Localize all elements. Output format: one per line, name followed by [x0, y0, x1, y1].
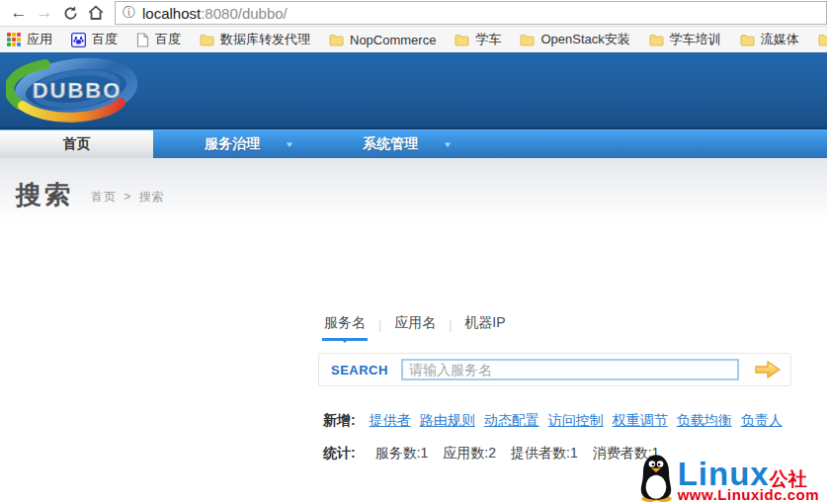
url-text: localhost:8080/dubbo/: [142, 5, 288, 22]
bookmarks-bar: 应用 百度 百度 数据库转发代理 NopCommerce 学车 OpenStac…: [0, 26, 827, 52]
chevron-down-icon: ▼: [285, 140, 294, 149]
bookmark-folder[interactable]: 流媒体: [740, 31, 799, 48]
breadcrumb-home[interactable]: 首页: [91, 190, 117, 204]
nav-tab-home[interactable]: 首页: [0, 130, 153, 158]
page-title: 搜索: [16, 182, 73, 208]
breadcrumb: 首页 > 搜索: [91, 189, 168, 208]
folder-icon: [740, 34, 755, 46]
folder-icon: [649, 34, 664, 46]
bookmark-folder[interactable]: NopCommerce: [329, 33, 436, 47]
folder-icon: [200, 34, 214, 46]
bookmark-baidu-favicon[interactable]: 百度: [71, 31, 118, 48]
bookmark-label: NopCommerce: [350, 33, 436, 47]
nav-menu-service-governance[interactable]: 服务治理 ▼: [153, 130, 311, 158]
link-add-access-control[interactable]: 访问控制: [548, 412, 604, 430]
dubbo-logo-text: DUBBO: [33, 78, 123, 103]
stats-row-label: 统计:: [323, 445, 356, 462]
search-panel: 服务名 | 应用名 | 机器IP SEARCH: [318, 314, 792, 462]
watermark-url[interactable]: www.Linuxidc.com: [678, 487, 819, 502]
page-title-band: 搜索 首页 > 搜索: [0, 158, 827, 221]
browser-window: ← → ⓘ localhost:8080/dubbo/ 应用 百度: [0, 0, 827, 504]
tux-penguin-icon: [636, 453, 676, 502]
arrow-right-icon: [753, 359, 783, 380]
back-icon[interactable]: ←: [6, 2, 32, 24]
browser-toolbar: ← → ⓘ localhost:8080/dubbo/: [0, 0, 827, 26]
nav-menu-label: 系统管理: [363, 135, 418, 153]
bookmark-label: 应用: [27, 31, 52, 48]
address-bar[interactable]: ⓘ localhost:8080/dubbo/: [115, 1, 827, 25]
page-icon: [136, 33, 149, 47]
nav-menu-label: 服务治理: [205, 135, 260, 153]
tab-label: 机器IP: [464, 314, 505, 330]
stat-provider-count: 提供者数:1: [511, 445, 578, 462]
bookmark-apps[interactable]: 应用: [7, 31, 52, 48]
nav-menu-system-management[interactable]: 系统管理 ▼: [311, 130, 469, 158]
bookmark-baidu-page[interactable]: 百度: [136, 31, 181, 48]
add-actions-row: 新增: 提供者 路由规则 动态配置 访问控制 权重调节 负载均衡 负责人: [318, 412, 792, 430]
bookmark-label: OpenStack安装: [540, 31, 629, 48]
home-icon[interactable]: [83, 2, 109, 24]
folder-icon: [329, 34, 344, 46]
search-box: SEARCH: [318, 353, 791, 386]
bookmark-label: 学车: [475, 31, 501, 48]
link-add-load-balance[interactable]: 负载均衡: [677, 412, 732, 430]
apps-grid-icon: [7, 33, 21, 46]
bookmark-folder[interactable]: 红包: [818, 31, 827, 48]
bookmark-folder[interactable]: 学车培训: [649, 31, 721, 48]
tab-label: 应用名: [394, 314, 436, 330]
link-add-dynamic-config[interactable]: 动态配置: [484, 412, 539, 430]
search-input[interactable]: [401, 359, 739, 380]
bookmark-folder[interactable]: 数据库转发代理: [200, 31, 310, 48]
folder-icon: [520, 34, 535, 46]
bookmark-folder[interactable]: OpenStack安装: [520, 31, 629, 48]
active-tab-marker-icon: [341, 339, 349, 347]
link-add-owner[interactable]: 负责人: [741, 412, 783, 430]
linuxidc-watermark: Linux 公社 www.Linuxidc.com: [636, 453, 819, 502]
bookmark-folder[interactable]: 学车: [455, 31, 501, 48]
baidu-paw-icon: [71, 33, 86, 47]
bookmark-label: 学车培训: [670, 31, 721, 48]
page-info-icon[interactable]: ⓘ: [123, 4, 135, 22]
stat-service-count: 服务数:1: [375, 445, 429, 462]
chevron-down-icon: ▼: [443, 140, 453, 149]
reload-icon[interactable]: [57, 2, 83, 24]
link-add-route-rule[interactable]: 路由规则: [420, 412, 475, 430]
stat-application-count: 应用数:2: [443, 445, 496, 462]
dubbo-logo[interactable]: DUBBO: [6, 55, 146, 126]
search-submit-button[interactable]: [753, 359, 783, 380]
link-add-weight-adjust[interactable]: 权重调节: [613, 412, 668, 430]
search-type-tabs: 服务名 | 应用名 | 机器IP: [318, 314, 792, 336]
folder-icon: [455, 34, 469, 46]
url-host: localhost: [142, 5, 201, 22]
tab-machine-ip[interactable]: 机器IP: [464, 314, 505, 336]
bookmark-label: 流媒体: [761, 31, 799, 48]
tab-divider: |: [449, 318, 452, 332]
main-nav: 首页 服务治理 ▼ 系统管理 ▼: [0, 129, 827, 158]
breadcrumb-current: 搜索: [139, 190, 165, 204]
bookmark-label: 百度: [92, 31, 118, 48]
forward-icon[interactable]: →: [32, 2, 57, 24]
bookmark-label: 数据库转发代理: [220, 31, 310, 48]
site-header: DUBBO: [0, 52, 827, 129]
bookmark-label: 百度: [155, 31, 181, 48]
folder-icon: [818, 34, 827, 46]
breadcrumb-separator: >: [124, 190, 131, 204]
link-add-provider[interactable]: 提供者: [370, 412, 411, 430]
tab-application-name[interactable]: 应用名: [394, 314, 436, 336]
tab-service-name[interactable]: 服务名: [324, 314, 366, 336]
search-label: SEARCH: [331, 363, 388, 378]
tab-divider: |: [378, 318, 381, 332]
add-row-label: 新增:: [323, 412, 356, 430]
url-path: :8080/dubbo/: [201, 5, 288, 22]
watermark-text: Linux 公社 www.Linuxidc.com: [678, 458, 819, 502]
tab-label: 服务名: [324, 314, 366, 330]
